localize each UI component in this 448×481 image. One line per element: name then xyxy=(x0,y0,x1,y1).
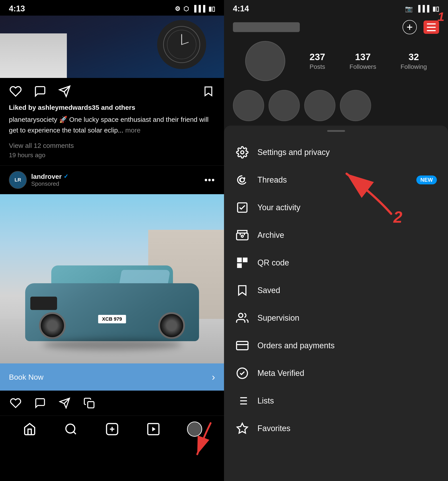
posts-stat[interactable]: 237 Posts xyxy=(309,52,325,70)
svg-line-2 xyxy=(182,42,188,45)
sponsored-info: landrover ✓ Sponsored xyxy=(31,173,69,187)
threads-new-badge: NEW xyxy=(416,175,437,184)
favorites-label: Favorites xyxy=(257,424,290,433)
highlight-4[interactable] xyxy=(340,90,371,121)
highlight-1[interactable] xyxy=(233,90,264,121)
car-body: XCB 979 xyxy=(25,265,199,350)
svg-marker-50 xyxy=(237,423,248,433)
svg-rect-28 xyxy=(244,259,246,261)
drawer-item-lists[interactable]: Lists xyxy=(224,387,448,415)
drawer-item-activity[interactable]: Your activity xyxy=(224,194,448,221)
svg-marker-39 xyxy=(239,286,246,295)
following-stat[interactable]: 32 Following xyxy=(401,52,427,70)
more-options-button[interactable]: ••• xyxy=(204,175,215,185)
nav-home[interactable] xyxy=(21,420,39,438)
drawer-item-settings[interactable]: Settings and privacy xyxy=(224,138,448,166)
caption-text: planetarysociety 🚀 One lucky space enthu… xyxy=(9,114,215,136)
book-now-bar[interactable]: Book Now › xyxy=(0,363,224,391)
profile-stats: 237 Posts 137 Followers 32 Following xyxy=(224,39,448,85)
status-icons-right: 📷 ▐▐▐ ▮▯ xyxy=(405,5,439,13)
drawer-item-qr[interactable]: QR code xyxy=(224,249,448,277)
profile-header: 1 xyxy=(224,15,448,39)
meta-verified-icon xyxy=(235,366,249,380)
svg-point-9 xyxy=(66,424,75,433)
threads-icon xyxy=(235,173,249,187)
like-button[interactable] xyxy=(9,85,22,98)
save-button[interactable] xyxy=(202,85,215,98)
car-main: XCB 979 xyxy=(25,283,199,341)
post-image-top xyxy=(0,15,224,78)
svg-rect-8 xyxy=(88,402,94,408)
hamburger-line-2 xyxy=(427,27,436,28)
nav-reels[interactable] xyxy=(144,420,162,438)
post-caption: Liked by ashleymedwards35 and others pla… xyxy=(0,102,224,142)
lists-icon xyxy=(235,394,249,408)
comment-button-2[interactable] xyxy=(33,396,47,410)
archive-icon xyxy=(235,228,249,242)
highlight-2[interactable] xyxy=(269,90,300,121)
signal-icon: ▐▐▐ xyxy=(192,5,205,12)
view-comments-link[interactable]: View all 12 comments xyxy=(0,142,224,152)
drawer-item-meta-verified[interactable]: Meta Verified xyxy=(224,359,448,387)
drawer-item-threads[interactable]: Threads NEW xyxy=(224,166,448,194)
drawer-item-saved[interactable]: Saved xyxy=(224,277,448,304)
drawer-item-supervision[interactable]: Supervision xyxy=(224,304,448,332)
sponsored-left: LR landrover ✓ Sponsored xyxy=(9,171,69,189)
svg-point-40 xyxy=(239,313,243,317)
annotation-1: 1 xyxy=(438,9,444,24)
hamburger-line-1 xyxy=(427,23,436,24)
profile-avatar-nav xyxy=(187,421,202,437)
settings-privacy-label: Settings and privacy xyxy=(257,148,330,157)
lists-label: Lists xyxy=(257,396,274,406)
copy-link-button[interactable] xyxy=(83,396,96,410)
add-content-button[interactable] xyxy=(402,20,417,34)
post-actions xyxy=(0,78,224,102)
supervision-label: Supervision xyxy=(257,313,299,323)
qr-icon xyxy=(235,256,249,270)
comment-button[interactable] xyxy=(33,85,47,98)
svg-marker-5 xyxy=(205,87,212,96)
right-panel: 4:14 📷 ▐▐▐ ▮▯ 1 237 xyxy=(224,0,448,481)
svg-point-23 xyxy=(241,235,243,237)
share-button[interactable] xyxy=(58,85,71,98)
svg-point-19 xyxy=(241,151,244,154)
camera-status-icon: 📷 xyxy=(405,5,413,13)
highlight-3[interactable] xyxy=(304,90,335,121)
time-right: 4:14 xyxy=(233,4,249,13)
activity-label: Your activity xyxy=(257,203,301,212)
following-label: Following xyxy=(401,63,427,70)
svg-rect-29 xyxy=(239,265,240,266)
share-button-2[interactable] xyxy=(58,396,71,410)
nav-profile[interactable] xyxy=(186,420,203,438)
like-button-2[interactable] xyxy=(9,396,22,410)
time-left: 4:13 xyxy=(9,4,25,13)
following-count: 32 xyxy=(401,52,427,62)
followers-stat[interactable]: 137 Followers xyxy=(349,52,376,70)
drawer-item-orders[interactable]: Orders and payments xyxy=(224,332,448,359)
drawer-item-archive[interactable]: Archive xyxy=(224,221,448,249)
drawer-handle xyxy=(327,130,345,132)
hamburger-container: 1 xyxy=(424,21,439,34)
liked-by-text: Liked by ashleymedwards35 and others xyxy=(9,102,215,113)
left-panel: 4:13 ⚙ ⬡ ▐▐▐ ▮▯ xyxy=(0,0,224,481)
drawer-item-favorites[interactable]: Favorites xyxy=(224,415,448,442)
more-link[interactable]: more xyxy=(125,127,140,134)
nav-search[interactable] xyxy=(62,420,80,438)
car-image: XCB 979 xyxy=(0,194,224,363)
book-now-label: Book Now xyxy=(9,373,43,382)
archive-label: Archive xyxy=(257,231,284,240)
car-wheel-left xyxy=(39,312,66,339)
sponsored-username[interactable]: landrover ✓ xyxy=(31,173,69,180)
post-actions-bottom xyxy=(0,391,224,415)
hamburger-button[interactable] xyxy=(424,21,439,34)
meta-verified-label: Meta Verified xyxy=(257,368,304,378)
bottom-actions-left xyxy=(9,396,96,410)
posts-count: 237 xyxy=(309,52,325,62)
nav-add[interactable] xyxy=(103,420,121,438)
profile-avatar-large xyxy=(245,41,285,81)
supervision-icon xyxy=(235,311,249,325)
sponsored-post-header: LR landrover ✓ Sponsored ••• xyxy=(0,165,224,194)
svg-rect-41 xyxy=(237,341,248,350)
svg-rect-27 xyxy=(239,259,240,261)
battery-icon: ▮▯ xyxy=(209,5,215,13)
